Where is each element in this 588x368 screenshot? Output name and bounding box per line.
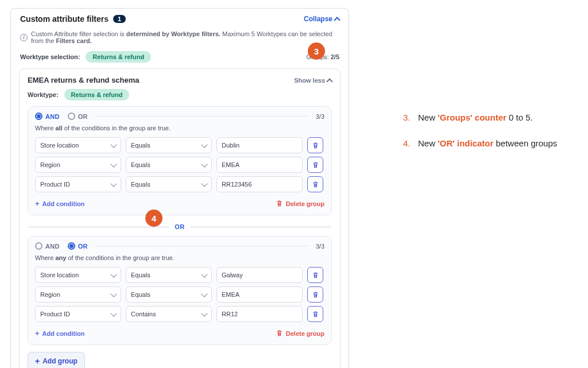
chevron-down-icon: [110, 180, 117, 187]
operator-select[interactable]: Equals: [126, 137, 212, 153]
or-separator: OR: [28, 223, 332, 230]
annotation-notes: 3. New 'Groups' counter 0 to 5. 4. New '…: [403, 113, 557, 164]
operator-and-radio[interactable]: AND: [35, 242, 60, 250]
condition-row: Store location Equals: [35, 137, 324, 153]
trash-icon: [312, 311, 319, 318]
delete-condition-button[interactable]: [307, 157, 323, 173]
annotation-marker-4: 4: [145, 210, 163, 227]
delete-group-button[interactable]: Delete group: [276, 330, 324, 337]
chevron-up-icon: [326, 78, 332, 84]
divider: [191, 227, 331, 227]
delete-condition-button[interactable]: [307, 306, 323, 322]
annotation-note-3: 3. New 'Groups' counter 0 to 5.: [403, 113, 557, 122]
chevron-up-icon: [334, 17, 340, 23]
attribute-select[interactable]: Store location: [35, 267, 121, 283]
plus-icon: +: [35, 357, 40, 366]
schema-worktype-pill: Returns & refund: [64, 89, 130, 100]
schema-title: EMEA returns & refund schema: [28, 76, 140, 84]
condition-row: Product ID Contains: [35, 306, 324, 322]
attribute-select[interactable]: Region: [35, 157, 121, 173]
attribute-select[interactable]: Region: [35, 286, 121, 303]
trash-icon: [312, 142, 319, 149]
value-input[interactable]: [216, 267, 303, 283]
delete-condition-button[interactable]: [307, 267, 323, 283]
condition-counter: 3/3: [316, 243, 324, 250]
operator-or-radio[interactable]: OR: [68, 113, 88, 120]
chevron-down-icon: [110, 310, 117, 316]
plus-icon: +: [35, 329, 40, 338]
worktype-pill: Returns & refund: [86, 51, 151, 63]
filter-count-badge: 1: [113, 15, 126, 23]
attribute-select[interactable]: Product ID: [35, 306, 121, 322]
or-separator-label: OR: [175, 223, 185, 230]
attribute-select[interactable]: Product ID: [35, 176, 121, 192]
trash-icon: [312, 181, 319, 188]
chevron-down-icon: [110, 161, 117, 167]
chevron-down-icon: [201, 310, 207, 316]
chevron-down-icon: [201, 141, 207, 148]
chevron-down-icon: [201, 161, 207, 167]
divider: [96, 246, 308, 246]
custom-attribute-filters-panel: Custom attribute filters 1 Collapse i Cu…: [10, 8, 349, 368]
chevron-down-icon: [110, 141, 117, 148]
add-condition-button[interactable]: +Add condition: [35, 199, 85, 208]
annotation-note-4: 4. New 'OR' indicator between groups: [403, 138, 557, 148]
info-icon: i: [20, 34, 28, 41]
info-banner: i Custom Attribute filter selection is d…: [19, 28, 341, 49]
value-input[interactable]: [216, 157, 303, 173]
trash-icon: [276, 330, 283, 337]
divider: [96, 116, 308, 117]
operator-select[interactable]: Equals: [126, 286, 212, 303]
collapse-label: Collapse: [304, 15, 332, 23]
add-group-button[interactable]: +Add group: [28, 352, 85, 368]
show-less-toggle[interactable]: Show less: [294, 77, 332, 84]
trash-icon: [312, 161, 319, 169]
operator-or-radio[interactable]: OR: [68, 242, 88, 250]
group-description: Where all of the conditions in the group…: [35, 125, 324, 131]
chevron-down-icon: [110, 271, 117, 277]
chevron-down-icon: [201, 290, 207, 297]
schema-worktype-label: Worktype:: [28, 91, 59, 98]
show-less-label: Show less: [294, 77, 325, 84]
delete-condition-button[interactable]: [307, 286, 323, 303]
plus-icon: +: [35, 199, 40, 208]
chevron-down-icon: [110, 290, 117, 297]
delete-condition-button[interactable]: [307, 137, 323, 153]
value-input[interactable]: [216, 286, 303, 303]
worktype-row: Worktype selection: Returns & refund Gro…: [19, 49, 341, 68]
operator-and-radio[interactable]: AND: [35, 113, 60, 120]
operator-select[interactable]: Equals: [126, 267, 212, 283]
schema-card: EMEA returns & refund schema Show less W…: [19, 68, 341, 368]
attribute-select[interactable]: Store location: [35, 137, 121, 153]
value-input[interactable]: [216, 176, 303, 192]
condition-counter: 3/3: [316, 113, 324, 120]
collapse-toggle[interactable]: Collapse: [304, 15, 339, 23]
condition-group: AND OR 3/3 Where any of the conditions i…: [28, 236, 332, 345]
condition-row: Product ID Equals: [35, 176, 324, 192]
trash-icon: [312, 272, 319, 279]
value-input[interactable]: [216, 137, 303, 153]
panel-title: Custom attribute filters: [20, 14, 109, 24]
group-description: Where any of the conditions in the group…: [35, 254, 324, 261]
operator-select[interactable]: Equals: [126, 157, 212, 173]
add-condition-button[interactable]: +Add condition: [35, 329, 85, 338]
delete-condition-button[interactable]: [307, 176, 323, 192]
worktype-selection-label: Worktype selection:: [20, 53, 80, 60]
condition-group: AND OR 3/3 Where all of the conditions i…: [28, 106, 332, 215]
trash-icon: [312, 291, 319, 299]
chevron-down-icon: [201, 180, 207, 187]
divider: [29, 227, 169, 227]
delete-group-button[interactable]: Delete group: [276, 200, 324, 207]
condition-row: Region Equals: [35, 286, 324, 303]
info-text: Custom Attribute filter selection is det…: [31, 30, 339, 44]
operator-select[interactable]: Contains: [126, 306, 212, 322]
operator-select[interactable]: Equals: [126, 176, 212, 192]
chevron-down-icon: [201, 271, 207, 277]
trash-icon: [276, 200, 283, 207]
panel-header: Custom attribute filters 1 Collapse: [19, 9, 341, 28]
condition-row: Store location Equals: [35, 267, 324, 283]
annotation-marker-3: 3: [308, 42, 325, 60]
condition-row: Region Equals: [35, 157, 324, 173]
value-input[interactable]: [216, 306, 303, 322]
